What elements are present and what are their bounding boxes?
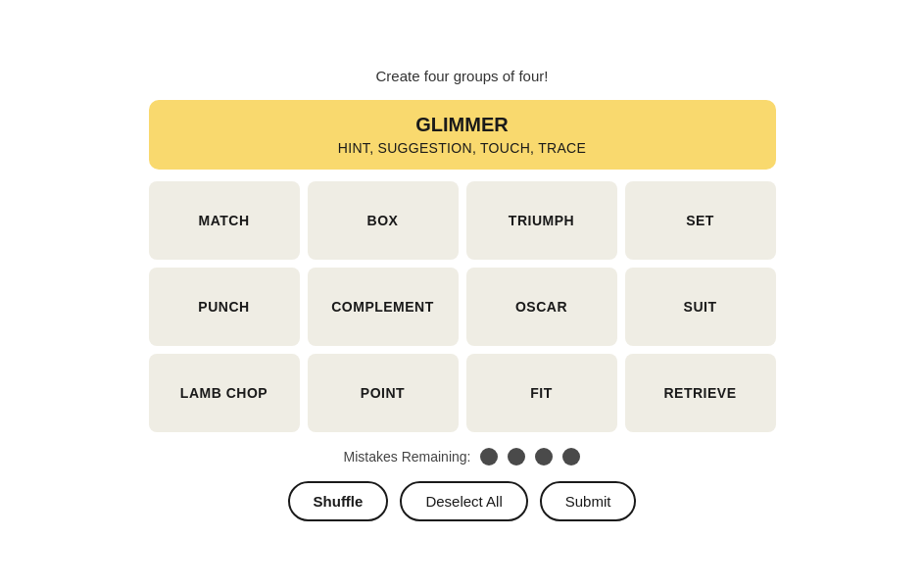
buttons-row: Shuffle Deselect All Submit	[288, 481, 637, 521]
tile-8[interactable]: SUIT	[625, 268, 776, 346]
tile-3[interactable]: TRIUMPH	[466, 181, 617, 260]
solved-group-words: HINT, SUGGESTION, TOUCH, TRACE	[169, 140, 756, 156]
tile-9[interactable]: LAMB CHOP	[149, 354, 300, 432]
submit-button[interactable]: Submit	[540, 481, 637, 521]
tile-grid: MATCHBOXTRIUMPHSETPUNCHCOMPLEMENTOSCARSU…	[149, 181, 776, 432]
game-container: Create four groups of four! GLIMMER HINT…	[149, 68, 776, 521]
instruction-text: Create four groups of four!	[376, 68, 549, 84]
shuffle-button[interactable]: Shuffle	[288, 481, 389, 521]
mistake-dot-2	[508, 448, 525, 466]
mistakes-label: Mistakes Remaining:	[344, 449, 471, 465]
tile-2[interactable]: BOX	[308, 181, 459, 260]
tile-12[interactable]: RETRIEVE	[625, 354, 776, 432]
solved-group: GLIMMER HINT, SUGGESTION, TOUCH, TRACE	[149, 100, 776, 170]
mistakes-row: Mistakes Remaining:	[344, 448, 581, 466]
solved-group-title: GLIMMER	[169, 114, 756, 136]
mistake-dot-1	[480, 448, 498, 466]
deselect-button[interactable]: Deselect All	[400, 481, 527, 521]
tile-1[interactable]: MATCH	[149, 181, 300, 260]
tile-4[interactable]: SET	[625, 181, 776, 260]
tile-10[interactable]: POINT	[308, 354, 459, 432]
mistake-dot-4	[562, 448, 580, 466]
tile-7[interactable]: OSCAR	[466, 268, 617, 346]
tile-5[interactable]: PUNCH	[149, 268, 300, 346]
tile-6[interactable]: COMPLEMENT	[308, 268, 459, 346]
mistake-dot-3	[535, 448, 553, 466]
tile-11[interactable]: FIT	[466, 354, 617, 432]
